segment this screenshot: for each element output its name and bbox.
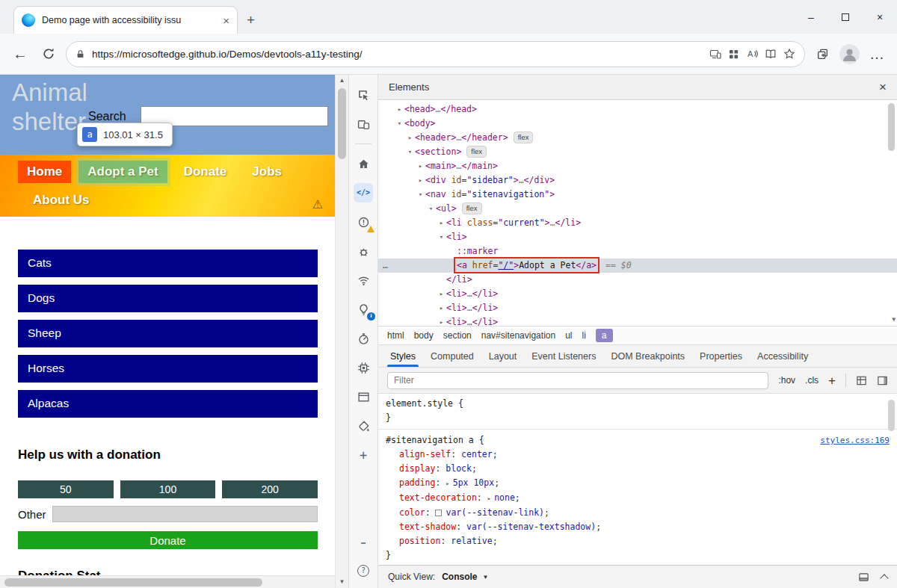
dom-node[interactable]: ▾<ul>flex (378, 202, 897, 216)
css-rule-header[interactable]: #sitenavigation a { styles.css:169 (378, 433, 897, 448)
nav-item-adopt-a-pet[interactable]: Adopt a Pet (78, 161, 167, 183)
breadcrumb-nav-sitenavigation[interactable]: nav#sitenavigation (481, 330, 555, 341)
tab-accessibility[interactable]: Accessibility (750, 345, 816, 367)
dom-node[interactable]: </li> (378, 273, 897, 287)
dom-node[interactable]: ▸<li>…</li> (378, 315, 897, 326)
expand-arrow-icon[interactable]: ▾ (416, 188, 425, 202)
tab-dom-breakpoints[interactable]: DOM Breakpoints (603, 345, 692, 367)
stylesheet-link[interactable]: styles.css:169 (820, 433, 890, 448)
device-emulation-icon[interactable] (354, 114, 373, 134)
expand-arrow-icon[interactable]: ▾ (437, 230, 446, 244)
chevron-up-icon[interactable] (880, 574, 888, 582)
flex-badge[interactable]: flex (466, 146, 487, 158)
quick-view-selector[interactable]: Console ▼ (442, 572, 488, 582)
expand-arrow-icon[interactable]: ▸ (487, 495, 491, 502)
expand-quick-view-icon[interactable] (858, 572, 869, 583)
devices-icon[interactable] (709, 48, 721, 60)
css-property[interactable]: text-shadow: var(--sitenav-textshadow); (378, 520, 897, 534)
category-button-horses[interactable]: Horses (18, 355, 318, 383)
nav-item-donate[interactable]: Donate (175, 161, 236, 183)
debugger-icon[interactable] (354, 241, 373, 261)
back-button[interactable]: ← (9, 43, 31, 65)
add-tools-icon[interactable]: + (354, 445, 373, 465)
dom-node[interactable]: ▸<main>…</main> (378, 159, 897, 173)
nav-item-jobs[interactable]: Jobs (243, 161, 291, 183)
expand-arrow-icon[interactable]: ▸ (437, 287, 446, 301)
toggle-element-state-button[interactable]: :hov (778, 375, 795, 386)
css-property[interactable]: position: relative; (378, 534, 897, 548)
expand-arrow-icon[interactable]: ▾ (395, 117, 404, 131)
immersive-reader-icon[interactable] (765, 48, 777, 60)
elements-icon[interactable]: </> (354, 183, 373, 202)
flex-badge[interactable]: flex (514, 131, 534, 143)
inspect-icon[interactable] (354, 85, 373, 105)
category-button-alpacas[interactable]: Alpacas (18, 390, 318, 418)
amount-button-100[interactable]: 100 (120, 480, 216, 498)
breadcrumb-html[interactable]: html (387, 330, 404, 341)
horizontal-scrollbar[interactable] (0, 575, 335, 588)
favorites-icon[interactable] (783, 48, 795, 60)
profile-avatar[interactable] (839, 44, 860, 64)
tab-close-icon[interactable]: × (223, 14, 229, 27)
address-bar[interactable]: https://microsoftedge.github.io/Demos/de… (66, 41, 805, 67)
performance-icon[interactable] (354, 329, 373, 348)
category-button-dogs[interactable]: Dogs (18, 285, 318, 312)
breadcrumb-ul[interactable]: ul (565, 330, 572, 341)
url-text[interactable]: https://microsoftedge.github.io/Demos/de… (92, 49, 703, 60)
css-property[interactable]: padding: ▸5px 10px; (378, 476, 897, 491)
page-scrollbar[interactable]: ▲ ▼ (335, 75, 348, 588)
welcome-icon[interactable] (354, 154, 373, 173)
scrollbar-thumb[interactable] (888, 400, 895, 431)
category-button-sheep[interactable]: Sheep (18, 320, 318, 347)
dom-node[interactable]: ▸<header>…</header>flex (378, 131, 897, 145)
dom-node[interactable]: ▸<li>…</li> (378, 301, 897, 315)
dom-node[interactable]: ▾<li> (378, 230, 897, 244)
expand-arrow-icon[interactable]: ▸ (437, 315, 446, 326)
scroll-down-icon[interactable]: ▼ (339, 578, 345, 586)
css-property[interactable]: color: var(--sitenav-link); (378, 506, 897, 520)
element-style-rule[interactable]: element.style { (378, 397, 897, 411)
breadcrumb-a[interactable]: a (596, 329, 613, 342)
dom-node[interactable]: ▾<section>flex (378, 145, 897, 159)
tab-styles[interactable]: Styles (383, 345, 423, 367)
issues-icon[interactable] (354, 212, 373, 232)
new-style-rule-button[interactable]: + (828, 374, 836, 387)
collections-icon[interactable] (811, 43, 833, 65)
element-classes-button[interactable]: .cls (805, 375, 819, 386)
apps-grid-icon[interactable] (728, 49, 739, 60)
flex-badge[interactable]: flex (462, 202, 482, 214)
scrollbar-thumb[interactable] (338, 88, 346, 159)
expand-arrow-icon[interactable]: ▸ (446, 480, 449, 487)
devtools-close-icon[interactable]: × (879, 80, 887, 95)
dom-node[interactable]: ▾<body> (378, 117, 897, 131)
tab-layout[interactable]: Layout (481, 345, 525, 367)
dom-node[interactable]: ▸<head>…</head> (378, 102, 897, 117)
css-property[interactable]: text-decoration: ▸none; (378, 491, 897, 506)
dom-node[interactable]: ▸<li class="current">…</li> (378, 216, 897, 230)
breadcrumb-section[interactable]: section (443, 330, 472, 341)
performance-insights-icon[interactable]: i (354, 300, 373, 319)
css-property[interactable]: display: block; (378, 462, 897, 476)
dom-node[interactable]: ::marker (378, 244, 897, 259)
category-button-cats[interactable]: Cats (18, 250, 318, 277)
scroll-up-icon[interactable]: ▲ (339, 77, 345, 84)
css-property[interactable]: align-self: center; (378, 448, 897, 462)
window-minimize-button[interactable]: – (794, 0, 828, 34)
donate-button[interactable]: Donate (18, 531, 318, 549)
dom-node[interactable]: ▸<li>…</li> (378, 287, 897, 301)
more-actions-icon[interactable]: … (383, 259, 389, 273)
color-swatch[interactable] (435, 510, 442, 516)
more-tools-icon[interactable]: … (354, 532, 373, 551)
browser-menu-icon[interactable]: … (866, 43, 888, 65)
breadcrumb-li[interactable]: li (582, 330, 585, 341)
expand-arrow-icon[interactable]: ▸ (437, 216, 446, 230)
tab-properties[interactable]: Properties (692, 345, 750, 367)
computed-sidebar-toggle-icon[interactable] (877, 375, 888, 386)
dom-node[interactable]: ▸<div id="sidebar">…</div> (378, 173, 897, 188)
nav-item-home[interactable]: Home (18, 161, 71, 183)
help-icon[interactable]: ? (354, 561, 373, 581)
expand-arrow-icon[interactable]: ▸ (437, 301, 446, 315)
rendering-options-icon[interactable] (856, 375, 867, 386)
expand-arrow-icon[interactable]: ▾ (405, 145, 415, 159)
styles-filter-input[interactable] (387, 372, 768, 389)
